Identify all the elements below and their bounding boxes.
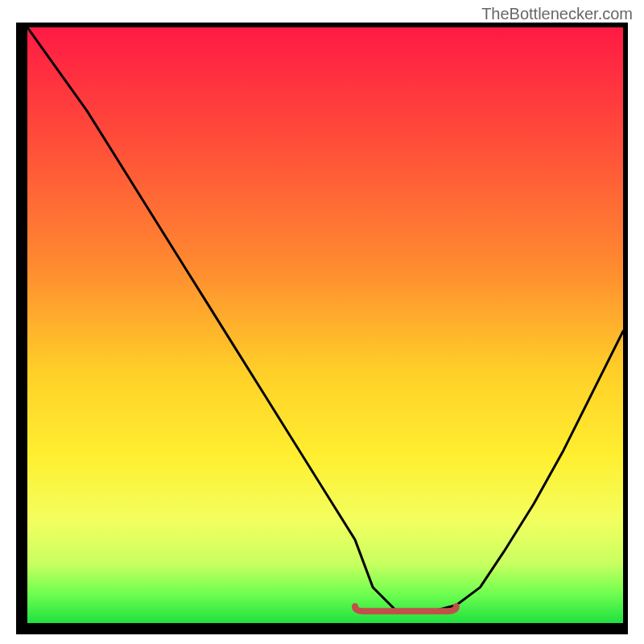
attribution-label: TheBottlenecker.com xyxy=(481,5,633,23)
plot-frame xyxy=(16,23,628,634)
bottleneck-curve-svg xyxy=(27,27,623,623)
bottleneck-curve xyxy=(27,27,623,611)
chart-canvas: TheBottlenecker.com xyxy=(0,0,644,644)
plot-area xyxy=(27,27,623,623)
optimum-marker xyxy=(355,606,456,611)
